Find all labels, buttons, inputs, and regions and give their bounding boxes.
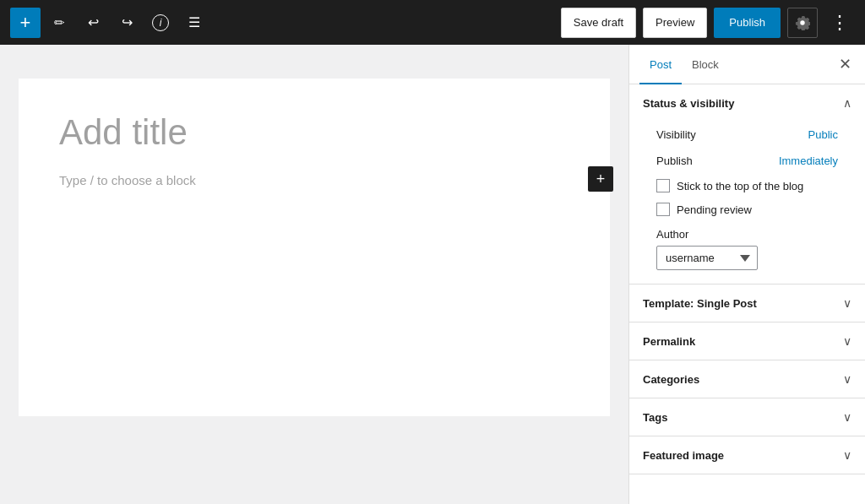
permalink-chevron-icon: ∨: [843, 334, 851, 348]
status-visibility-content: Visibility Public Publish Immediately St…: [643, 122, 851, 284]
tags-section: Tags ∨: [629, 398, 865, 436]
stick-to-top-row: Stick to the top of the blog: [656, 174, 838, 198]
sidebar-tabs: Post Block ✕: [629, 45, 865, 84]
status-visibility-section: Status & visibility ∧ Visibility Public …: [629, 84, 865, 285]
visibility-value[interactable]: Public: [808, 128, 838, 141]
pending-review-checkbox[interactable]: [656, 203, 670, 216]
add-block-button[interactable]: +: [10, 8, 41, 38]
featured-image-title: Featured image: [643, 449, 724, 462]
author-label: Author: [656, 228, 838, 241]
categories-header[interactable]: Categories ∨: [629, 360, 865, 398]
chevron-up-icon: ∧: [843, 96, 851, 110]
tab-block[interactable]: Block: [682, 45, 729, 84]
plus-icon: +: [20, 12, 31, 34]
tags-header[interactable]: Tags ∨: [629, 398, 865, 436]
author-select[interactable]: username: [656, 246, 758, 270]
status-visibility-header[interactable]: Status & visibility ∧: [643, 84, 851, 122]
template-chevron-icon: ∨: [843, 296, 851, 310]
template-header[interactable]: Template: Single Post ∨: [629, 285, 865, 322]
sidebar: Post Block ✕ Status & visibility ∧ Visib…: [628, 45, 865, 504]
title-input[interactable]: Add title: [59, 112, 569, 153]
more-icon: ⋮: [830, 12, 850, 34]
info-button[interactable]: i: [145, 8, 176, 38]
undo-button[interactable]: ↩: [78, 8, 108, 38]
add-block-inline-button[interactable]: +: [588, 166, 613, 192]
pencil-icon: ✏: [54, 15, 65, 30]
info-icon: i: [152, 14, 169, 31]
featured-image-chevron-icon: ∨: [843, 448, 851, 462]
settings-button[interactable]: [787, 8, 818, 38]
categories-title: Categories: [643, 373, 699, 386]
tags-title: Tags: [643, 411, 667, 424]
block-placeholder-text: Type / to choose a block: [59, 173, 196, 187]
visibility-label: Visibility: [656, 128, 696, 141]
author-field: Author username: [656, 228, 838, 270]
publish-value[interactable]: Immediately: [779, 154, 838, 167]
gear-icon: [795, 15, 810, 30]
block-placeholder: Type / to choose a block +: [59, 173, 569, 187]
categories-section: Categories ∨: [629, 360, 865, 398]
publish-button[interactable]: Publish: [714, 8, 781, 38]
pending-review-label: Pending review: [677, 203, 752, 216]
toolbar: + ✏ ↩ ↪ i ☰ Save draft Preview Publish ⋮: [0, 0, 865, 45]
sidebar-tabs-inner: Post Block: [639, 45, 729, 84]
tags-chevron-icon: ∨: [843, 410, 851, 424]
save-draft-button[interactable]: Save draft: [561, 8, 636, 38]
toolbar-left: + ✏ ↩ ↪ i ☰: [10, 8, 209, 38]
editor-area: Add title Type / to choose a block +: [0, 45, 628, 504]
publish-row: Publish Immediately: [656, 148, 838, 174]
featured-image-section: Featured image ∨: [629, 436, 865, 474]
publish-label: Publish: [656, 154, 693, 167]
preview-button[interactable]: Preview: [643, 8, 707, 38]
featured-image-header[interactable]: Featured image ∨: [629, 436, 865, 474]
categories-chevron-icon: ∨: [843, 372, 851, 386]
permalink-title: Permalink: [643, 335, 695, 348]
status-visibility-title: Status & visibility: [643, 97, 734, 110]
pending-review-row: Pending review: [656, 198, 838, 221]
permalink-header[interactable]: Permalink ∨: [629, 322, 865, 360]
list-icon: ☰: [188, 14, 200, 30]
list-view-button[interactable]: ☰: [179, 8, 209, 38]
more-options-button[interactable]: ⋮: [824, 8, 855, 38]
plus-inline-icon: +: [596, 171, 606, 188]
visibility-row: Visibility Public: [656, 122, 838, 148]
toolbar-right: Save draft Preview Publish ⋮: [561, 8, 855, 38]
editor-content: Add title Type / to choose a block +: [19, 79, 610, 416]
close-sidebar-button[interactable]: ✕: [835, 53, 855, 75]
close-icon: ✕: [839, 56, 851, 73]
stick-to-top-checkbox[interactable]: [656, 179, 670, 192]
template-section: Template: Single Post ∨: [629, 285, 865, 322]
edit-button[interactable]: ✏: [44, 8, 74, 38]
permalink-section: Permalink ∨: [629, 322, 865, 360]
redo-icon: ↪: [122, 14, 133, 30]
tab-post[interactable]: Post: [639, 45, 682, 84]
redo-button[interactable]: ↪: [112, 8, 142, 38]
template-title: Template: Single Post: [643, 297, 757, 310]
main-area: Add title Type / to choose a block + Pos…: [0, 45, 865, 504]
stick-to-top-label: Stick to the top of the blog: [677, 180, 803, 192]
undo-icon: ↩: [88, 14, 99, 30]
